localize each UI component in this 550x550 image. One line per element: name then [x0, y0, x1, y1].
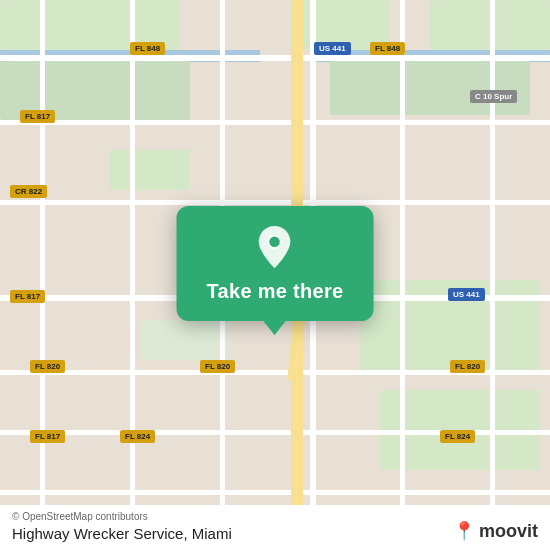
svg-point-0 — [269, 236, 281, 248]
road-sign-fl820-2: FL 820 — [200, 360, 235, 373]
road-sign-fl817-2: FL 817 — [10, 290, 45, 303]
road-horizontal-1 — [0, 55, 550, 61]
road-horizontal-2 — [0, 120, 550, 125]
bottom-bar: © OpenStreetMap contributors Highway Wre… — [0, 505, 550, 550]
green-area-7 — [330, 60, 530, 115]
road-sign-fl824-1: FL 824 — [120, 430, 155, 443]
road-vertical-6 — [490, 0, 495, 550]
road-sign-us441-mid2: US 441 — [448, 288, 485, 301]
road-vertical-1 — [40, 0, 45, 550]
green-area-8 — [110, 150, 190, 190]
map-container: US 441US 441US 441FL 848FL 848FL 817CR 8… — [0, 0, 550, 550]
moovit-logo: 📍 moovit — [453, 520, 538, 542]
moovit-brand-text: moovit — [479, 521, 538, 542]
road-sign-us441-top: US 441 — [314, 42, 351, 55]
road-sign-fl817-1: FL 817 — [20, 110, 55, 123]
road-vertical-5 — [400, 0, 405, 550]
road-sign-fl820-1: FL 820 — [30, 360, 65, 373]
road-sign-c10spur: C 10 Spur — [470, 90, 517, 103]
road-sign-fl848-left: FL 848 — [130, 42, 165, 55]
road-sign-cr822: CR 822 — [10, 185, 47, 198]
green-area-hospital — [140, 320, 230, 360]
popup-card[interactable]: Take me there — [177, 206, 374, 321]
location-pin-icon — [253, 226, 297, 270]
moovit-pin-icon: 📍 — [453, 520, 475, 542]
road-sign-fl824-2: FL 824 — [440, 430, 475, 443]
road-horizontal-7 — [0, 490, 550, 495]
road-sign-fl820-3: FL 820 — [450, 360, 485, 373]
road-sign-fl848-right: FL 848 — [370, 42, 405, 55]
road-vertical-2 — [130, 0, 135, 550]
road-horizontal-3 — [0, 200, 550, 205]
road-sign-fl817-3: FL 817 — [30, 430, 65, 443]
take-me-label: Take me there — [207, 280, 344, 303]
